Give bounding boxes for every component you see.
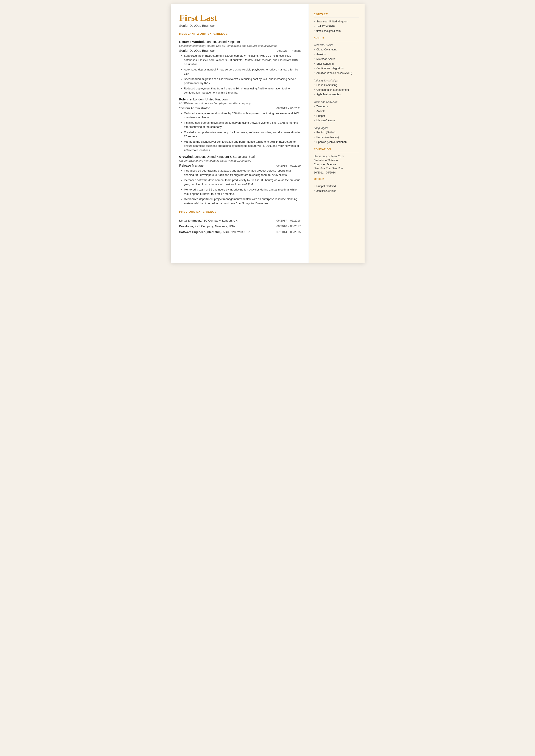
- right-column: CONTACT Swansea, United Kingdom +44 1234…: [309, 4, 365, 263]
- job-3-role-row: Release Manager 06/2018 – 07/2019: [179, 164, 301, 167]
- university-name: University of New York: [314, 154, 359, 158]
- prev-job-2-dates: 06/2016 – 05/2017: [266, 223, 300, 229]
- prev-job-3-title: Software Engineer (Internship), ABC, New…: [179, 229, 266, 235]
- contact-title: CONTACT: [314, 13, 359, 16]
- job-3-desc: Career training and membership SaaS with…: [179, 159, 301, 162]
- list-item: Romanian (Native): [314, 135, 359, 139]
- industry-knowledge-label: Industry Knowledge:: [314, 79, 359, 82]
- job-2-dates: 08/2019 – 05/2021: [276, 107, 301, 110]
- job-3-location: London, United Kingdom & Barcelona, Spai…: [194, 155, 256, 158]
- list-item: Microsoft Azure: [314, 57, 359, 61]
- relevant-work-title: RELEVANT WORK EXPERIENCE: [179, 32, 301, 35]
- contact-phone: +44 123456789: [314, 24, 359, 28]
- list-item: Ansible: [314, 109, 359, 113]
- list-item: Reduced average server downtime by 67% t…: [181, 111, 301, 120]
- list-item: Configuration Management: [314, 88, 359, 92]
- list-item: Agile Methodologies: [314, 93, 359, 97]
- job-2-location: London, United Kingdom: [193, 98, 228, 101]
- job-3-dates: 06/2018 – 07/2019: [276, 164, 301, 167]
- table-row: Developer, XYZ Company, New York, USA 06…: [179, 223, 301, 229]
- list-item: Cloud Computing: [314, 83, 359, 87]
- tools-label: Tools and Software:: [314, 100, 359, 103]
- job-3-bullets: Introduced 19 bug-tracking databases and…: [179, 169, 301, 205]
- contact-email: first.last@gmail.com: [314, 29, 359, 33]
- education-section: EDUCATION University of New York Bachelo…: [314, 148, 359, 175]
- job-2-role: System Administrator: [179, 106, 210, 110]
- list-item: Installed new operating systems on 33 se…: [181, 121, 301, 129]
- list-item: Jenkins Certified: [314, 189, 359, 193]
- job-1-company: Resume Worded,: [179, 40, 205, 43]
- job-1-desc: Education technology startup with 50+ em…: [179, 44, 301, 47]
- list-item: Created a comprehensive inventory of all…: [181, 130, 301, 139]
- prev-job-1-title: Linux Engineer, ABC Company, London, UK: [179, 218, 266, 223]
- resume-page: First Last Senior DevOps Engineer RELEVA…: [171, 4, 365, 263]
- job-3-company: Growthsi,: [179, 155, 194, 158]
- job-1-role-row: Senior DevOps Engineer 06/2021 – Present: [179, 49, 301, 52]
- contact-divider: [314, 17, 359, 17]
- candidate-subtitle: Senior DevOps Engineer: [179, 24, 301, 27]
- job-2-header: Polyhire, London, United Kingdom: [179, 98, 301, 101]
- previous-jobs-table: Linux Engineer, ABC Company, London, UK …: [179, 218, 301, 235]
- tools-list: Terraform Ansible Puppet Microsoft Azure: [314, 104, 359, 123]
- job-1-location: London, United Kingdom: [206, 40, 240, 43]
- contact-list: Swansea, United Kingdom +44 123456789 fi…: [314, 20, 359, 33]
- job-1-role: Senior DevOps Engineer: [179, 49, 215, 52]
- divider-relevant-work: [179, 37, 301, 37]
- skills-title: SKILLS: [314, 37, 359, 40]
- job-2-role-row: System Administrator 08/2019 – 05/2021: [179, 106, 301, 110]
- job-3-header: Growthsi, London, United Kingdom & Barce…: [179, 155, 301, 159]
- list-item: Continuous Integration: [314, 66, 359, 70]
- previous-exp-title: PREVIOUS EXPERIENCE: [179, 210, 301, 213]
- other-title: OTHER: [314, 178, 359, 181]
- other-section: OTHER Puppet Certified Jenkins Certified: [314, 178, 359, 193]
- job-2-bullets: Reduced average server downtime by 67% t…: [179, 111, 301, 153]
- list-item: Overhauled department project management…: [181, 197, 301, 205]
- table-row: Linux Engineer, ABC Company, London, UK …: [179, 218, 301, 223]
- skills-divider: [314, 41, 359, 42]
- list-item: Supported the infrastructure of a $200M …: [181, 54, 301, 66]
- list-item: Microsoft Azure: [314, 119, 359, 123]
- list-item: Amazon Web Services (AWS): [314, 71, 359, 75]
- education-title: EDUCATION: [314, 148, 359, 151]
- list-item: Increased software development team prod…: [181, 178, 301, 186]
- job-3-role: Release Manager: [179, 164, 205, 167]
- job-2-desc: NYSE-listed recruitment and employer bra…: [179, 102, 301, 105]
- list-item: Automated deployment of 7 new servers us…: [181, 68, 301, 76]
- list-item: Cloud Computing: [314, 48, 359, 52]
- contact-location: Swansea, United Kingdom: [314, 20, 359, 24]
- technical-skills-list: Cloud Computing Jenkins Microsoft Azure …: [314, 48, 359, 75]
- table-row: Software Engineer (Internship), ABC, New…: [179, 229, 301, 235]
- degree: Bachelor of Science Computer Science New…: [314, 158, 359, 175]
- list-item: Reduced deployment time from 4 days to 3…: [181, 86, 301, 95]
- list-item: Introduced 19 bug-tracking databases and…: [181, 169, 301, 177]
- job-1-bullets: Supported the infrastructure of a $200M …: [179, 54, 301, 95]
- list-item: English (Native): [314, 130, 359, 135]
- candidate-name: First Last: [179, 13, 301, 23]
- list-item: Spearheaded migration of all servers to …: [181, 77, 301, 85]
- job-1-dates: 06/2021 – Present: [277, 49, 300, 52]
- job-1-header: Resume Worded, London, United Kingdom: [179, 40, 301, 44]
- education-divider: [314, 152, 359, 153]
- prev-job-3-dates: 07/2014 – 05/2015: [266, 229, 300, 235]
- other-list: Puppet Certified Jenkins Certified: [314, 184, 359, 193]
- list-item: Mentored a team of 35 engineers by intro…: [181, 187, 301, 196]
- list-item: Jenkins: [314, 52, 359, 56]
- other-divider: [314, 182, 359, 182]
- education-block: University of New York Bachelor of Scien…: [314, 154, 359, 175]
- prev-job-1-dates: 06/2017 – 05/2018: [266, 218, 300, 223]
- technical-skills-label: Technical Skills:: [314, 43, 359, 46]
- list-item: Puppet Certified: [314, 184, 359, 188]
- contact-section: CONTACT Swansea, United Kingdom +44 1234…: [314, 13, 359, 33]
- languages-list: English (Native) Romanian (Native) Spani…: [314, 130, 359, 144]
- languages-label: Languages:: [314, 126, 359, 129]
- list-item: Shell Scripting: [314, 62, 359, 66]
- list-item: Puppet: [314, 114, 359, 118]
- list-item: Spanish (Conversational): [314, 140, 359, 144]
- job-2-company: Polyhire,: [179, 98, 192, 101]
- list-item: Managed the client/server configuration …: [181, 140, 301, 153]
- left-column: First Last Senior DevOps Engineer RELEVA…: [171, 4, 309, 263]
- industry-skills-list: Cloud Computing Configuration Management…: [314, 83, 359, 97]
- skills-section: SKILLS Technical Skills: Cloud Computing…: [314, 37, 359, 144]
- prev-job-2-title: Developer, XYZ Company, New York, USA: [179, 223, 266, 229]
- list-item: Terraform: [314, 104, 359, 109]
